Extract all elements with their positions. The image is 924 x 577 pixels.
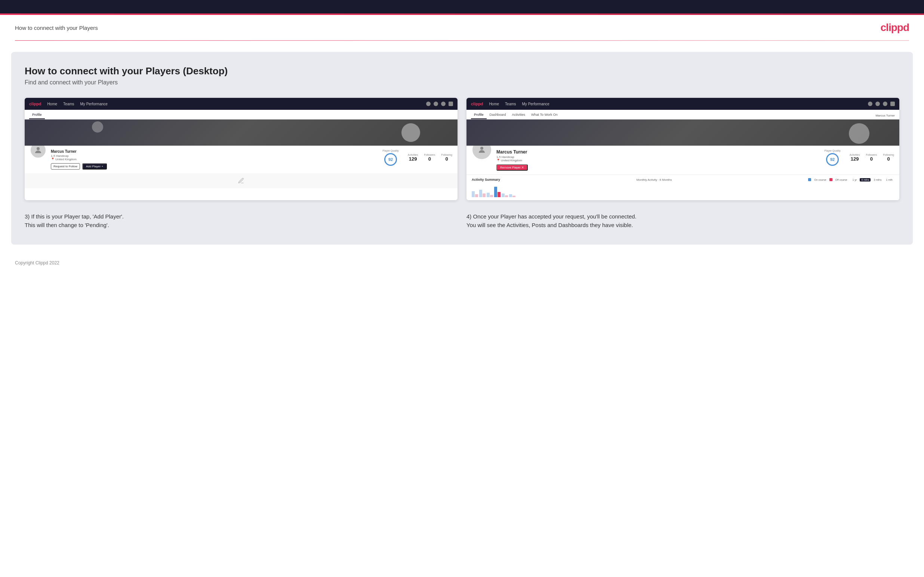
left-pencil-area (25, 173, 457, 188)
bar-off-1 (475, 194, 478, 197)
filter-6mths[interactable]: 6 mths (860, 178, 871, 182)
chart-bar-group-5 (502, 193, 508, 197)
header-divider (15, 40, 909, 41)
right-profile-buttons: Remove Player ✕ (496, 164, 820, 171)
filter-1yr[interactable]: 1 yr (851, 178, 859, 182)
chart-bar-group-3 (487, 193, 493, 197)
left-player-location: 📍 United Kingdom (51, 158, 378, 161)
right-tab-whattoworkon[interactable]: What To Work On (528, 113, 561, 119)
right-nav-teams: Teams (505, 102, 516, 106)
left-nav-performance: My Performance (80, 102, 108, 106)
right-mock-nav: clippd Home Teams My Performance (467, 98, 899, 110)
left-quality-circle: 92 (384, 153, 397, 166)
left-mock-nav: clippd Home Teams My Performance (25, 98, 457, 110)
content-subtitle: Find and connect with your Players (25, 79, 899, 86)
chart-bar-group-4 (494, 187, 501, 197)
caption-left: 3) If this is your Player tap, 'Add Play… (25, 212, 457, 230)
left-player-handicap: 1-5 Handicap (51, 154, 378, 158)
left-nav-teams: Teams (63, 102, 74, 106)
right-stat-activities: Activities 129 (850, 153, 860, 162)
remove-x-icon: ✕ (522, 166, 524, 169)
chart-bar-group-1 (472, 191, 478, 197)
right-player-handicap: 1-5 Handicap (496, 155, 820, 159)
left-settings-icon (441, 102, 446, 106)
right-activity-summary: Activity Summary Monthly Activity · 6 Mo… (467, 174, 899, 200)
off-course-legend-dot (829, 178, 832, 181)
right-player-quality: Player Quality 92 (824, 149, 841, 166)
right-activity-title: Activity Summary (472, 178, 500, 182)
screenshots-row: clippd Home Teams My Performance Profile (25, 98, 899, 200)
left-search-icon (426, 102, 431, 106)
right-profile-info: Marcus Turner 1-5 Handicap 📍 United King… (496, 149, 820, 171)
right-stats: Player Quality 92 Activities 129 Followe… (824, 149, 894, 166)
request-to-follow-button[interactable]: Request to Follow (51, 163, 80, 169)
right-search-icon (868, 102, 872, 106)
bar-on-4 (494, 187, 497, 197)
right-mock-tabs: Profile Dashboard Activities What To Wor… (467, 110, 899, 119)
bar-on-1 (472, 191, 475, 197)
bar-on-5 (502, 193, 505, 197)
caption-right: 4) Once your Player has accepted your re… (467, 212, 899, 230)
filter-3mths[interactable]: 3 mths (872, 178, 883, 182)
bar-on-3 (487, 193, 489, 197)
bar-on-6 (509, 194, 512, 197)
right-nav-logo: clippd (471, 102, 483, 106)
content-title: How to connect with your Players (Deskto… (25, 65, 899, 77)
content-area: How to connect with your Players (Deskto… (11, 52, 913, 245)
right-time-filters: 1 yr 6 mths 3 mths 1 mth (851, 178, 894, 182)
remove-player-button[interactable]: Remove Player ✕ (496, 164, 528, 171)
right-activity-controls: On course Off course 1 yr 6 mths 3 mths … (808, 178, 894, 182)
on-course-label: On course (814, 179, 826, 181)
left-stat-activities: Activities 129 (408, 153, 418, 162)
left-nav-icons (426, 102, 453, 106)
clippd-logo: clippd (880, 22, 909, 34)
right-tabs-left: Profile Dashboard Activities What To Wor… (471, 113, 561, 119)
screenshot-right: clippd Home Teams My Performance Profile… (467, 98, 899, 200)
right-tab-activities[interactable]: Activities (509, 113, 528, 119)
left-flag-icon (449, 102, 453, 106)
right-flag-icon (890, 102, 895, 106)
right-nav-home: Home (489, 102, 499, 106)
right-tab-profile[interactable]: Profile (471, 113, 487, 119)
bar-off-3 (490, 195, 493, 197)
right-activity-header: Activity Summary Monthly Activity · 6 Mo… (472, 178, 894, 182)
left-profile-info: Marcus Turner 1-5 Handicap 📍 United King… (51, 149, 378, 169)
add-player-button[interactable]: Add Player + (82, 163, 107, 169)
left-nav-logo: clippd (29, 102, 41, 106)
captions-row: 3) If this is your Player tap, 'Add Play… (25, 212, 899, 230)
left-player-name: Marcus Turner (51, 149, 378, 153)
right-nav-icons (868, 102, 895, 106)
bar-off-2 (483, 193, 486, 197)
left-tab-profile[interactable]: Profile (29, 113, 45, 119)
right-quality-circle: 92 (826, 153, 839, 166)
left-hero-circle-1 (401, 123, 420, 142)
location-pin-icon: 📍 (51, 158, 55, 161)
left-hero-circle-2 (92, 121, 103, 132)
right-player-location: 📍 United Kingdom (496, 159, 820, 162)
right-user-icon (876, 102, 880, 106)
right-stat-following: Following 0 (883, 153, 894, 162)
right-nav-performance: My Performance (522, 102, 549, 106)
right-stat-followers: Followers 0 (866, 153, 877, 162)
left-mock-tabs: Profile (25, 110, 457, 119)
screenshot-left: clippd Home Teams My Performance Profile (25, 98, 457, 200)
right-player-name: Marcus Turner (496, 149, 820, 155)
svg-point-1 (480, 147, 483, 150)
left-stat-followers: Followers 0 (424, 153, 435, 162)
left-profile-section: Marcus Turner 1-5 Handicap 📍 United King… (25, 146, 457, 173)
off-course-label: Off course (835, 179, 847, 181)
right-tab-dashboard[interactable]: Dashboard (487, 113, 509, 119)
right-activity-chart (472, 184, 894, 197)
copyright-text: Copyright Clippd 2022 (15, 260, 60, 266)
left-stat-following: Following 0 (441, 153, 452, 162)
filter-1mth[interactable]: 1 mth (884, 178, 894, 182)
page-header: How to connect with your Players clippd (0, 15, 924, 40)
right-user-dropdown[interactable]: Marcus Turner (876, 114, 895, 119)
right-activity-period: Monthly Activity · 6 Months (636, 178, 672, 182)
bar-off-6 (512, 196, 515, 197)
chart-bar-group-2 (479, 190, 486, 197)
chart-bar-group-6 (509, 194, 515, 197)
left-nav-home: Home (47, 102, 57, 106)
left-stats: Player Quality 92 Activities 129 Followe… (382, 149, 452, 166)
bar-on-2 (479, 190, 482, 197)
